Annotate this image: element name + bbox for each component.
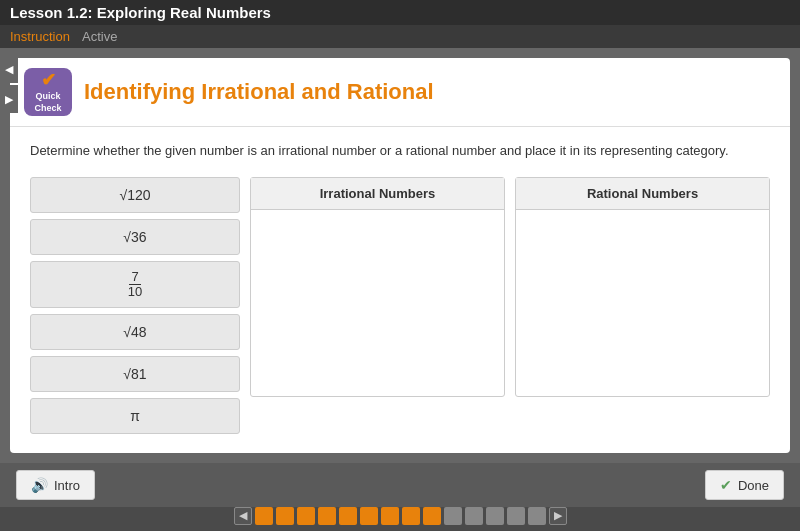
page-dot-14[interactable] (528, 507, 546, 525)
card-body: Determine whether the given number is an… (10, 127, 790, 448)
drag-item-fraction[interactable]: 7 10 (30, 261, 240, 309)
drag-item-sqrt48[interactable]: √48 (30, 314, 240, 350)
page-dot-3[interactable] (297, 507, 315, 525)
rational-header: Rational Numbers (516, 178, 769, 210)
done-label: Done (738, 478, 769, 493)
content-wrapper: ✔ Quick Check Identifying Irrational and… (0, 48, 800, 463)
left-icon-1[interactable]: ◀ (0, 55, 18, 83)
page-prev-button[interactable]: ◀ (234, 507, 252, 525)
left-icon-2[interactable]: ▶ (0, 85, 18, 113)
quick-check-label: Quick (35, 91, 60, 101)
page-dot-4[interactable] (318, 507, 336, 525)
left-icons-panel: ◀ ▶ (0, 55, 18, 113)
top-bar: Lesson 1.2: Exploring Real Numbers (0, 0, 800, 25)
card-title: Identifying Irrational and Rational (84, 79, 434, 105)
page-dot-13[interactable] (507, 507, 525, 525)
drag-item-sqrt120[interactable]: √120 (30, 177, 240, 213)
rational-drop-zone[interactable]: Rational Numbers (515, 177, 770, 397)
page-dot-10[interactable] (444, 507, 462, 525)
page-dot-6[interactable] (360, 507, 378, 525)
done-button[interactable]: Done (705, 470, 784, 500)
drag-item-pi[interactable]: π (30, 398, 240, 434)
instructions-text: Determine whether the given number is an… (30, 141, 770, 161)
main-card: ✔ Quick Check Identifying Irrational and… (10, 58, 790, 453)
page-dot-11[interactable] (465, 507, 483, 525)
intro-label: Intro (54, 478, 80, 493)
checkmark-icon: ✔ (41, 71, 56, 89)
page-dot-9[interactable] (423, 507, 441, 525)
instruction-link[interactable]: Instruction (10, 29, 70, 44)
page-dot-12[interactable] (486, 507, 504, 525)
irrational-body[interactable] (251, 210, 504, 390)
bottom-bar: Intro Done (0, 463, 800, 507)
fraction-denominator: 10 (126, 285, 144, 299)
irrational-drop-zone[interactable]: Irrational Numbers (250, 177, 505, 397)
nav-bar: Instruction Active (0, 25, 800, 48)
page-dot-8[interactable] (402, 507, 420, 525)
quick-check-icon: ✔ Quick Check (24, 68, 72, 116)
quick-check-label2: Check (34, 103, 61, 113)
lesson-title: Lesson 1.2: Exploring Real Numbers (10, 4, 271, 21)
page-dot-5[interactable] (339, 507, 357, 525)
page-next-button[interactable]: ▶ (549, 507, 567, 525)
fraction-display: 7 10 (126, 270, 144, 300)
pagination-dots: ◀ ▶ (234, 507, 567, 525)
drag-item-sqrt36[interactable]: √36 (30, 219, 240, 255)
speaker-icon (31, 477, 48, 493)
source-column: √120 √36 7 10 √48 √81 π (30, 177, 240, 435)
fraction-numerator: 7 (129, 270, 140, 285)
page-dot-7[interactable] (381, 507, 399, 525)
rational-body[interactable] (516, 210, 769, 390)
intro-button[interactable]: Intro (16, 470, 95, 500)
active-label: Active (82, 29, 117, 44)
page-dot-1[interactable] (255, 507, 273, 525)
page-dot-2[interactable] (276, 507, 294, 525)
pagination-bar: ◀ ▶ 9 of 14 (0, 507, 800, 531)
irrational-header: Irrational Numbers (251, 178, 504, 210)
card-header: ✔ Quick Check Identifying Irrational and… (10, 58, 790, 127)
dnd-area: √120 √36 7 10 √48 √81 π Irratio (30, 177, 770, 435)
drag-item-sqrt81[interactable]: √81 (30, 356, 240, 392)
drop-zones: Irrational Numbers Rational Numbers (250, 177, 770, 397)
done-check-icon (720, 477, 732, 493)
